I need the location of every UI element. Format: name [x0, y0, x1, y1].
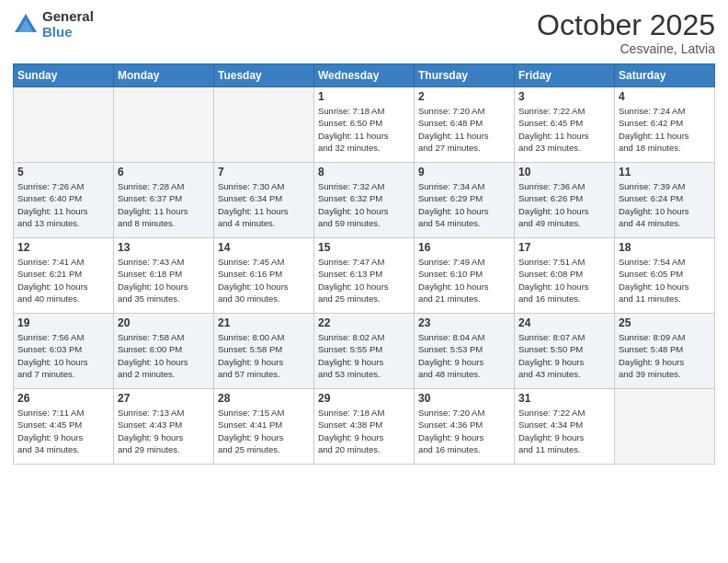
- calendar-day-cell: 29Sunrise: 7:18 AM Sunset: 4:38 PM Dayli…: [314, 389, 415, 465]
- calendar-day-cell: 27Sunrise: 7:13 AM Sunset: 4:43 PM Dayli…: [114, 389, 214, 465]
- day-number: 11: [619, 166, 711, 178]
- day-info: Sunrise: 7:41 AM Sunset: 6:21 PM Dayligh…: [17, 256, 109, 304]
- page-header: General Blue October 2025 Cesvaine, Latv…: [13, 9, 715, 56]
- day-info: Sunrise: 7:36 AM Sunset: 6:26 PM Dayligh…: [518, 180, 610, 229]
- day-number: 27: [118, 392, 210, 405]
- day-number: 9: [418, 166, 510, 178]
- calendar-day-cell: [14, 87, 114, 163]
- day-number: 29: [318, 392, 410, 405]
- calendar-day-cell: 24Sunrise: 8:07 AM Sunset: 5:50 PM Dayli…: [515, 314, 615, 389]
- calendar-week-row: 26Sunrise: 7:11 AM Sunset: 4:45 PM Dayli…: [14, 389, 715, 465]
- day-info: Sunrise: 7:51 AM Sunset: 6:08 PM Dayligh…: [518, 256, 610, 304]
- day-info: Sunrise: 7:24 AM Sunset: 6:42 PM Dayligh…: [619, 105, 711, 154]
- calendar-header-row: Sunday Monday Tuesday Wednesday Thursday…: [14, 64, 715, 87]
- calendar-day-cell: 28Sunrise: 7:15 AM Sunset: 4:41 PM Dayli…: [214, 389, 314, 465]
- day-info: Sunrise: 7:54 AM Sunset: 6:05 PM Dayligh…: [619, 256, 711, 304]
- day-info: Sunrise: 7:30 AM Sunset: 6:34 PM Dayligh…: [218, 180, 310, 229]
- calendar-day-cell: 22Sunrise: 8:02 AM Sunset: 5:55 PM Dayli…: [314, 314, 415, 389]
- day-number: 12: [17, 241, 109, 254]
- day-info: Sunrise: 7:11 AM Sunset: 4:45 PM Dayligh…: [17, 407, 109, 455]
- day-info: Sunrise: 7:18 AM Sunset: 4:38 PM Dayligh…: [318, 407, 410, 455]
- day-info: Sunrise: 7:45 AM Sunset: 6:16 PM Dayligh…: [218, 256, 310, 304]
- day-number: 2: [418, 90, 510, 103]
- logo-text: General Blue: [42, 9, 94, 40]
- day-info: Sunrise: 7:49 AM Sunset: 6:10 PM Dayligh…: [418, 256, 510, 304]
- day-info: Sunrise: 7:43 AM Sunset: 6:18 PM Dayligh…: [118, 256, 210, 304]
- col-monday: Monday: [114, 64, 214, 87]
- day-number: 1: [318, 90, 410, 103]
- calendar-day-cell: 4Sunrise: 7:24 AM Sunset: 6:42 PM Daylig…: [615, 87, 715, 163]
- day-number: 31: [518, 392, 610, 405]
- day-number: 21: [218, 316, 310, 329]
- day-info: Sunrise: 7:56 AM Sunset: 6:03 PM Dayligh…: [17, 331, 109, 380]
- location-subtitle: Cesvaine, Latvia: [537, 41, 715, 56]
- day-number: 28: [218, 392, 310, 405]
- day-number: 7: [218, 166, 310, 178]
- day-info: Sunrise: 7:20 AM Sunset: 4:36 PM Dayligh…: [418, 407, 510, 455]
- calendar-day-cell: 6Sunrise: 7:28 AM Sunset: 6:37 PM Daylig…: [114, 163, 214, 238]
- calendar-week-row: 5Sunrise: 7:26 AM Sunset: 6:40 PM Daylig…: [14, 163, 715, 238]
- calendar-day-cell: 10Sunrise: 7:36 AM Sunset: 6:26 PM Dayli…: [515, 163, 615, 238]
- calendar-day-cell: 14Sunrise: 7:45 AM Sunset: 6:16 PM Dayli…: [214, 238, 314, 314]
- logo-icon: [13, 12, 39, 38]
- day-info: Sunrise: 8:02 AM Sunset: 5:55 PM Dayligh…: [318, 331, 410, 380]
- day-number: 18: [619, 241, 711, 254]
- day-number: 6: [118, 166, 210, 178]
- calendar-day-cell: 31Sunrise: 7:22 AM Sunset: 4:34 PM Dayli…: [515, 389, 615, 465]
- day-number: 17: [518, 241, 610, 254]
- calendar-day-cell: 12Sunrise: 7:41 AM Sunset: 6:21 PM Dayli…: [14, 238, 114, 314]
- calendar-day-cell: 16Sunrise: 7:49 AM Sunset: 6:10 PM Dayli…: [415, 238, 515, 314]
- day-number: 24: [518, 316, 610, 329]
- day-info: Sunrise: 7:34 AM Sunset: 6:29 PM Dayligh…: [418, 180, 510, 229]
- day-number: 15: [318, 241, 410, 254]
- calendar-week-row: 1Sunrise: 7:18 AM Sunset: 6:50 PM Daylig…: [14, 87, 715, 163]
- calendar-day-cell: 5Sunrise: 7:26 AM Sunset: 6:40 PM Daylig…: [14, 163, 114, 238]
- day-info: Sunrise: 7:47 AM Sunset: 6:13 PM Dayligh…: [318, 256, 410, 304]
- calendar-day-cell: 13Sunrise: 7:43 AM Sunset: 6:18 PM Dayli…: [114, 238, 214, 314]
- day-number: 8: [318, 166, 410, 178]
- title-section: October 2025 Cesvaine, Latvia: [537, 9, 715, 56]
- calendar-day-cell: 19Sunrise: 7:56 AM Sunset: 6:03 PM Dayli…: [14, 314, 114, 389]
- logo: General Blue: [13, 9, 94, 40]
- day-number: 14: [218, 241, 310, 254]
- day-info: Sunrise: 7:13 AM Sunset: 4:43 PM Dayligh…: [118, 407, 210, 455]
- calendar-day-cell: 15Sunrise: 7:47 AM Sunset: 6:13 PM Dayli…: [314, 238, 415, 314]
- calendar-day-cell: 1Sunrise: 7:18 AM Sunset: 6:50 PM Daylig…: [314, 87, 415, 163]
- day-info: Sunrise: 8:00 AM Sunset: 5:58 PM Dayligh…: [218, 331, 310, 380]
- calendar-table: Sunday Monday Tuesday Wednesday Thursday…: [13, 63, 715, 465]
- calendar-day-cell: 9Sunrise: 7:34 AM Sunset: 6:29 PM Daylig…: [415, 163, 515, 238]
- calendar-day-cell: [615, 389, 715, 465]
- calendar-week-row: 12Sunrise: 7:41 AM Sunset: 6:21 PM Dayli…: [14, 238, 715, 314]
- calendar-day-cell: 20Sunrise: 7:58 AM Sunset: 6:00 PM Dayli…: [114, 314, 214, 389]
- page-container: General Blue October 2025 Cesvaine, Latv…: [0, 0, 728, 563]
- day-number: 4: [619, 90, 711, 103]
- day-number: 20: [118, 316, 210, 329]
- day-info: Sunrise: 8:09 AM Sunset: 5:48 PM Dayligh…: [619, 331, 711, 380]
- day-number: 22: [318, 316, 410, 329]
- day-info: Sunrise: 7:39 AM Sunset: 6:24 PM Dayligh…: [619, 180, 711, 229]
- calendar-day-cell: 25Sunrise: 8:09 AM Sunset: 5:48 PM Dayli…: [615, 314, 715, 389]
- col-thursday: Thursday: [415, 64, 515, 87]
- calendar-day-cell: [214, 87, 314, 163]
- day-info: Sunrise: 7:32 AM Sunset: 6:32 PM Dayligh…: [318, 180, 410, 229]
- calendar-day-cell: 8Sunrise: 7:32 AM Sunset: 6:32 PM Daylig…: [314, 163, 415, 238]
- day-info: Sunrise: 8:04 AM Sunset: 5:53 PM Dayligh…: [418, 331, 510, 380]
- day-info: Sunrise: 7:26 AM Sunset: 6:40 PM Dayligh…: [17, 180, 109, 229]
- month-title: October 2025: [537, 9, 715, 41]
- calendar-day-cell: 2Sunrise: 7:20 AM Sunset: 6:48 PM Daylig…: [415, 87, 515, 163]
- day-info: Sunrise: 7:15 AM Sunset: 4:41 PM Dayligh…: [218, 407, 310, 455]
- calendar-day-cell: 23Sunrise: 8:04 AM Sunset: 5:53 PM Dayli…: [415, 314, 515, 389]
- col-tuesday: Tuesday: [214, 64, 314, 87]
- col-wednesday: Wednesday: [314, 64, 415, 87]
- col-friday: Friday: [515, 64, 615, 87]
- calendar-day-cell: 21Sunrise: 8:00 AM Sunset: 5:58 PM Dayli…: [214, 314, 314, 389]
- day-number: 19: [17, 316, 109, 329]
- calendar-day-cell: 7Sunrise: 7:30 AM Sunset: 6:34 PM Daylig…: [214, 163, 314, 238]
- calendar-day-cell: 3Sunrise: 7:22 AM Sunset: 6:45 PM Daylig…: [515, 87, 615, 163]
- day-info: Sunrise: 7:22 AM Sunset: 4:34 PM Dayligh…: [518, 407, 610, 455]
- calendar-week-row: 19Sunrise: 7:56 AM Sunset: 6:03 PM Dayli…: [14, 314, 715, 389]
- day-number: 23: [418, 316, 510, 329]
- logo-general: General: [42, 9, 94, 25]
- day-info: Sunrise: 7:28 AM Sunset: 6:37 PM Dayligh…: [118, 180, 210, 229]
- day-info: Sunrise: 8:07 AM Sunset: 5:50 PM Dayligh…: [518, 331, 610, 380]
